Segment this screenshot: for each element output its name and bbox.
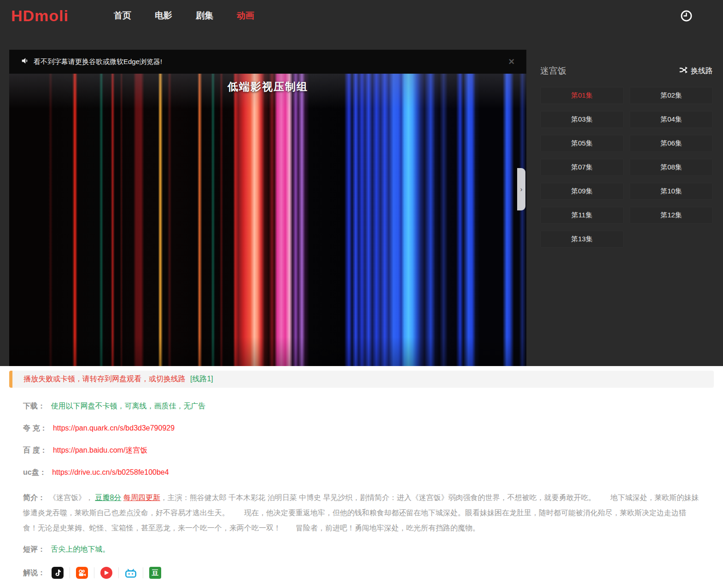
quark-row: 夸 克： https://pan.quark.cn/s/bd3d3e790929 [23,424,700,433]
episode-button-12[interactable]: 第12集 [630,207,713,224]
update-schedule-link[interactable]: 每周四更新 [123,494,160,501]
page: HDmoli 首页 电影 剧集 动画 看不到字幕请更换谷歌或微软Edge浏览器!… [0,0,723,588]
baidu-link[interactable]: https://pan.baidu.com/迷宫饭 [53,446,147,454]
episode-button-10[interactable]: 第10集 [630,183,713,200]
douyin-icon[interactable] [52,567,64,579]
comment-label: 短评： [23,545,45,553]
close-icon[interactable]: × [508,57,514,67]
douban-score-link[interactable]: 豆瓣8分 [95,494,121,501]
nav-item-movies[interactable]: 电影 [154,8,173,23]
info-section: 播放失败或卡顿，请转存到网盘观看，或切换线路 [线路1] 下载： 使用以下网盘不… [0,366,723,588]
uc-link[interactable]: https://drive.uc.cn/s/b0258fe100be4 [52,468,169,476]
episode-button-02[interactable]: 第02集 [630,87,713,104]
video-player: 看不到字幕请更换谷歌或微软Edge浏览器! × 低端影视压制组 [9,50,526,366]
uc-row: uc盘： https://drive.uc.cn/s/b0258fe100be4 [23,468,700,477]
episode-button-04[interactable]: 第04集 [630,111,713,128]
icon-separator [143,567,143,578]
alert-message: 播放失败或卡顿，请转存到网盘观看，或切换线路 [23,374,186,384]
playback-alert: 播放失败或卡顿，请转存到网盘观看，或切换线路 [线路1] [9,371,714,388]
episode-sidebar: 迷宫饭 换线路 第01集 第02集 第03集 第04集 第05集 第06集 [526,50,723,366]
red-play-icon[interactable] [100,567,112,579]
narration-row: 解说： 豆 [23,567,700,579]
icon-separator [94,567,94,578]
dark-section: HDmoli 首页 电影 剧集 动画 看不到字幕请更换谷歌或微软Edge浏览器!… [0,0,723,366]
kuaishou-icon[interactable] [76,567,88,579]
comment-text: 舌尖上的地下城。 [51,545,110,553]
navbar: HDmoli 首页 电影 剧集 动画 [0,0,723,31]
series-title: 迷宫饭 [540,65,566,77]
bilibili-icon[interactable] [125,567,137,579]
video-frame[interactable]: 低端影视压制组 [9,74,526,366]
episode-button-08[interactable]: 第08集 [630,159,713,176]
sidebar-collapse-handle[interactable]: › [517,168,525,210]
history-clock-icon[interactable] [680,10,693,22]
switch-line-button[interactable]: 换线路 [679,66,713,76]
details: 下载： 使用以下网盘不卡顿，可离线，画质佳，无广告 夸 克： https://p… [9,388,714,579]
download-desc: 使用以下网盘不卡顿，可离线，画质佳，无广告 [51,402,205,410]
nav-item-anime[interactable]: 动画 [236,8,255,23]
episode-button-09[interactable]: 第09集 [540,183,624,200]
episode-grid: 第01集 第02集 第03集 第04集 第05集 第06集 第07集 第08集 … [540,87,713,248]
icon-separator [118,567,119,578]
intro-label: 简介： [23,494,45,501]
episode-button-13[interactable]: 第13集 [540,231,624,248]
baidu-row: 百 度： https://pan.baidu.com/迷宫饭 [23,446,700,455]
comment-row: 短评： 舌尖上的地下城。 [23,545,700,554]
player-notice-bar: 看不到字幕请更换谷歌或微软Edge浏览器! × [9,50,526,74]
site-logo[interactable]: HDmoli [11,7,69,25]
intro-prefix: 《迷宫饭》， [49,494,93,501]
sidebar-header: 迷宫饭 换线路 [540,65,713,77]
episode-button-03[interactable]: 第03集 [540,111,624,128]
quark-link[interactable]: https://pan.quark.cn/s/bd3d3e790929 [53,424,175,432]
episode-button-01[interactable]: 第01集 [540,87,624,104]
narration-label: 解说： [23,568,45,578]
baidu-label: 百 度： [23,446,47,454]
icon-separator [70,567,70,578]
nav-menu: 首页 电影 剧集 动画 [113,8,255,23]
alert-line-tag[interactable]: [线路1] [190,374,213,384]
intro-row: 简介：《迷宫饭》， 豆瓣8分 每周四更新，主演：熊谷健太郎 千本木彩花 泊明日菜… [23,490,700,536]
quark-label: 夸 克： [23,424,47,432]
switch-line-label: 换线路 [691,66,713,76]
download-row: 下载： 使用以下网盘不卡顿，可离线，画质佳，无广告 [23,402,700,411]
player-notice-text: 看不到字幕请更换谷歌或微软Edge浏览器! [34,58,162,66]
nav-item-home[interactable]: 首页 [113,8,132,23]
content-row: 看不到字幕请更换谷歌或微软Edge浏览器! × 低端影视压制组 › 迷宫饭 换线… [0,31,723,366]
episode-button-06[interactable]: 第06集 [630,135,713,152]
shuffle-icon [679,66,688,76]
episode-button-07[interactable]: 第07集 [540,159,624,176]
video-watermark: 低端影视压制组 [9,80,526,94]
douban-icon[interactable]: 豆 [149,567,161,579]
episode-button-05[interactable]: 第05集 [540,135,624,152]
uc-label: uc盘： [23,468,47,476]
episode-button-11[interactable]: 第11集 [540,207,624,224]
nav-item-series[interactable]: 剧集 [195,8,214,23]
speaker-icon [21,57,29,66]
download-label: 下载： [23,402,45,410]
